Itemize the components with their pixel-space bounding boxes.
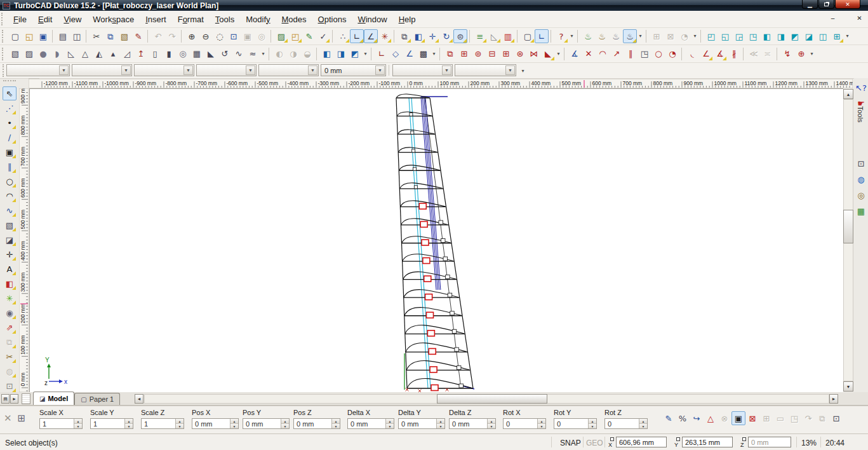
sketch-pen-button[interactable]: ✎ bbox=[302, 29, 316, 43]
spinner[interactable]: ▲▼ bbox=[487, 419, 495, 428]
new-button[interactable]: ▢ bbox=[8, 29, 22, 43]
overflow-5-button[interactable]: ▾ bbox=[260, 47, 267, 61]
save-button[interactable]: ▣ bbox=[36, 29, 50, 43]
field-input[interactable]: 1▲▼ bbox=[90, 418, 133, 429]
shrink-button[interactable]: ∥ bbox=[624, 47, 638, 61]
property-combo-5[interactable]: ▼ bbox=[258, 64, 319, 76]
anchor-box-button[interactable]: ⊡ bbox=[829, 411, 843, 425]
view-back-button[interactable]: ◳ bbox=[746, 29, 760, 43]
select-frame-button[interactable]: ⊡ bbox=[855, 157, 867, 170]
property-combo-4[interactable]: ▼ bbox=[196, 64, 257, 76]
zoom-window-button[interactable]: ◌ bbox=[213, 29, 227, 43]
menu-help[interactable]: Help bbox=[393, 12, 422, 27]
coord-z-field[interactable]: 0 mm bbox=[748, 437, 791, 447]
chevron-down-icon[interactable]: ▼ bbox=[375, 65, 385, 75]
field-input[interactable]: 0 mm▲▼ bbox=[243, 418, 290, 429]
hscroll-right-button[interactable]: ► bbox=[829, 394, 838, 404]
scroll-up-button[interactable]: ▲ bbox=[843, 89, 853, 99]
circle-button[interactable]: ○ bbox=[3, 174, 17, 188]
cut-button[interactable]: ✂ bbox=[90, 29, 103, 43]
insert-picture-button[interactable]: ▨ bbox=[274, 29, 288, 43]
radial-array-button[interactable]: ⊛ bbox=[513, 47, 527, 61]
axis-toggle-button[interactable]: ∟ bbox=[535, 29, 549, 43]
spinner[interactable]: ▲▼ bbox=[281, 419, 289, 428]
field-input[interactable]: 0 mm▲▼ bbox=[449, 418, 496, 429]
close-button[interactable]: ✕ bbox=[835, 0, 860, 9]
zoom-out-button[interactable]: ⊖ bbox=[199, 29, 213, 43]
minimize-button[interactable]: ▁ bbox=[802, 0, 818, 9]
inspector-table-button[interactable]: ⊞ bbox=[18, 412, 26, 424]
overflow-9-button[interactable]: ▾ bbox=[808, 47, 815, 61]
prism-button[interactable]: △ bbox=[78, 47, 92, 61]
menu-view[interactable]: View bbox=[58, 12, 87, 27]
view-iso-nw-button[interactable]: ⊞ bbox=[830, 29, 844, 43]
menu-workspace[interactable]: Workspace bbox=[87, 12, 140, 27]
frame-pressed-button[interactable]: ▣ bbox=[731, 411, 745, 425]
percent-snap-button[interactable]: % bbox=[676, 411, 690, 425]
workplane-face-button[interactable]: ◇ bbox=[389, 47, 403, 61]
array-copy-button[interactable]: ⊞ bbox=[499, 47, 513, 61]
sweep-3d-button[interactable]: ≈ bbox=[246, 47, 260, 61]
solid-intersect-button[interactable]: ◩ bbox=[348, 47, 362, 61]
workplane-button[interactable]: ◺ bbox=[487, 29, 501, 43]
view-left-button[interactable]: ◧ bbox=[760, 29, 774, 43]
select-button[interactable]: ⇖ bbox=[3, 86, 17, 100]
property-combo-2[interactable]: ▼ bbox=[72, 64, 132, 76]
chevron-down-icon[interactable]: ▼ bbox=[308, 65, 317, 75]
drawing-canvas[interactable]: Yxz bbox=[29, 88, 843, 392]
knife-button[interactable]: ✂ bbox=[3, 350, 17, 364]
paint-fill-button[interactable]: ◧ bbox=[3, 276, 17, 290]
mdi-minimize-button[interactable]: – bbox=[828, 13, 838, 23]
circle-modify-button[interactable]: ○ bbox=[651, 47, 665, 61]
dimension-button[interactable]: ✛ bbox=[3, 247, 17, 261]
spell-check-button[interactable]: ✓ bbox=[316, 29, 330, 43]
scroll-down-button[interactable]: ▼ bbox=[843, 381, 853, 392]
orbit-camera-button[interactable]: ↻ bbox=[439, 29, 453, 43]
chevron-down-icon[interactable]: ▼ bbox=[442, 65, 451, 75]
field-input[interactable]: 0 mm▲▼ bbox=[192, 418, 239, 429]
overflow-6-button[interactable]: ▾ bbox=[362, 47, 369, 61]
field-input[interactable]: 1▲▼ bbox=[39, 418, 83, 429]
cone-button[interactable]: ◭ bbox=[92, 47, 106, 61]
left-toolbar-grip[interactable] bbox=[3, 80, 16, 85]
field-input[interactable]: 0 mm▲▼ bbox=[293, 418, 340, 429]
geo-toggle[interactable]: GEO bbox=[586, 439, 603, 447]
field-input[interactable]: 0 mm▲▼ bbox=[398, 418, 445, 429]
wedge-button[interactable]: ◺ bbox=[64, 47, 78, 61]
pick-point-button[interactable]: ⇗ bbox=[3, 320, 17, 334]
menu-edit[interactable]: Edit bbox=[32, 12, 58, 27]
view-iso-se-button[interactable]: ◩ bbox=[788, 29, 802, 43]
arc-modify-button[interactable]: ◠ bbox=[596, 47, 610, 61]
hscroll-left-button[interactable]: ◄ bbox=[135, 394, 144, 404]
solid-subtract-button[interactable]: ◨ bbox=[334, 47, 348, 61]
chevron-down-icon[interactable]: ▼ bbox=[121, 65, 131, 75]
spinner[interactable]: ▲▼ bbox=[175, 419, 184, 428]
hatch-pattern-button[interactable]: ▩ bbox=[417, 47, 431, 61]
spinner[interactable]: ▲▼ bbox=[331, 419, 340, 428]
palette-button[interactable]: ▦ bbox=[855, 205, 867, 218]
coord-y-field[interactable]: 263,15 mm bbox=[682, 437, 733, 447]
tab-paper-1[interactable]: ▢Paper 1 bbox=[74, 393, 120, 405]
spinner[interactable]: ▲▼ bbox=[436, 419, 444, 428]
hemisphere-button[interactable]: ◗ bbox=[50, 47, 64, 61]
spinner[interactable]: ▲▼ bbox=[537, 419, 545, 428]
field-input[interactable]: 0▲▼ bbox=[503, 418, 546, 429]
curve-pick-button[interactable]: ↪ bbox=[690, 411, 704, 425]
render-draft-button[interactable]: ♨ bbox=[609, 29, 623, 43]
page-setup-button[interactable]: ▢ bbox=[521, 29, 535, 43]
render-hidden-line-button[interactable]: ♨ bbox=[595, 29, 609, 43]
parallel-lines-button[interactable]: ∥ bbox=[3, 160, 17, 174]
copy-button[interactable]: ⧉ bbox=[103, 29, 117, 43]
overflow-2-button[interactable]: ▾ bbox=[637, 29, 644, 43]
scale-object-button[interactable]: ◣ bbox=[541, 47, 555, 61]
spline-curve-button[interactable]: ∿ bbox=[3, 203, 17, 217]
field-input[interactable]: 1▲▼ bbox=[141, 418, 184, 429]
close-inspector-button[interactable]: ✕ bbox=[4, 412, 12, 424]
property-combo-8[interactable]: ▼ bbox=[455, 64, 516, 76]
field-input[interactable]: 0▲▼ bbox=[604, 418, 648, 429]
chevron-down-icon[interactable]: ▼ bbox=[184, 65, 193, 75]
select-handles-button[interactable]: ⊡ bbox=[3, 379, 17, 393]
menu-tools[interactable]: Tools bbox=[210, 12, 240, 27]
overflow-3-button[interactable]: ▾ bbox=[691, 29, 698, 43]
world-globe-button[interactable]: ◍ bbox=[855, 173, 867, 186]
